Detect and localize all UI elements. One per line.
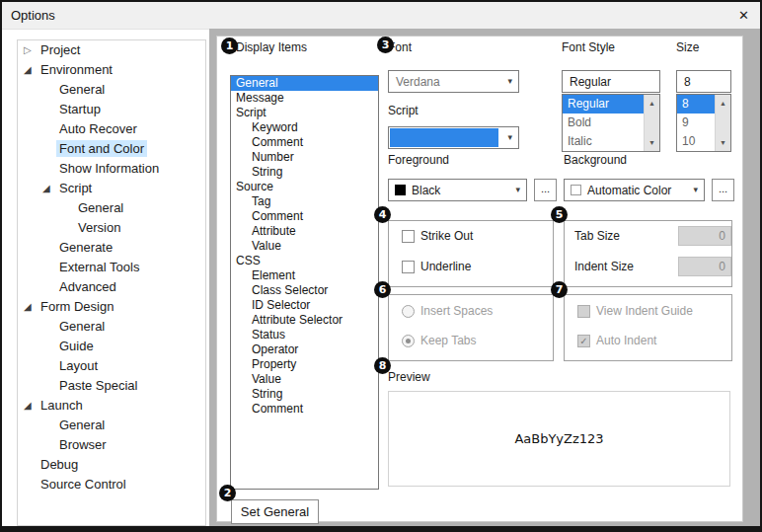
display-item-comment[interactable]: Comment xyxy=(231,135,378,150)
scroll-down-icon[interactable]: ▼ xyxy=(645,136,659,149)
display-item-string[interactable]: String xyxy=(231,387,378,402)
insert-spaces-radio[interactable] xyxy=(402,305,415,318)
expanded-triangle-icon[interactable]: ◢ xyxy=(42,183,50,194)
tree-item-generate[interactable]: Generate xyxy=(18,238,205,258)
font-style-input[interactable]: Regular xyxy=(562,70,660,93)
tree-item-label: Debug xyxy=(40,457,78,472)
display-item-property[interactable]: Property xyxy=(231,357,378,372)
display-item-id-selector[interactable]: ID Selector xyxy=(231,298,378,313)
display-item-class-selector[interactable]: Class Selector xyxy=(231,283,378,298)
display-item-string[interactable]: String xyxy=(231,165,378,180)
display-item-element[interactable]: Element xyxy=(231,268,378,283)
size-scrollbar[interactable]: ▲ ▼ xyxy=(715,95,730,151)
annotation-badge-6: 6 xyxy=(374,281,391,298)
script-selection-highlight xyxy=(390,128,498,147)
indent-size-label: Indent Size xyxy=(574,260,634,273)
display-item-script[interactable]: Script xyxy=(231,106,378,120)
preview-sample-text: AaBbYyZz123 xyxy=(514,431,603,446)
font-style-scrollbar[interactable]: ▲ ▼ xyxy=(644,95,659,151)
background-color-swatch xyxy=(571,185,581,195)
tree-item-advanced[interactable]: Advanced xyxy=(18,277,205,297)
tree-item-general[interactable]: General xyxy=(18,80,205,100)
tree-item-label: Launch xyxy=(40,398,83,413)
tree-item-label: Script xyxy=(59,181,92,195)
font-style-option-italic[interactable]: Italic xyxy=(563,132,645,151)
foreground-more-button[interactable]: ... xyxy=(534,179,557,201)
display-item-css[interactable]: CSS xyxy=(231,254,378,268)
script-combobox[interactable]: ▾ xyxy=(388,126,519,149)
display-item-message[interactable]: Message xyxy=(231,91,378,106)
font-style-option-regular[interactable]: Regular xyxy=(563,95,645,114)
expanded-triangle-icon[interactable]: ◢ xyxy=(24,400,32,412)
font-combobox[interactable]: Verdana ▾ xyxy=(388,70,519,93)
chevron-down-icon[interactable]: ▾ xyxy=(507,132,512,142)
underline-checkbox[interactable] xyxy=(402,261,415,273)
tree-item-browser[interactable]: Browser xyxy=(18,435,205,455)
display-item-comment[interactable]: Comment xyxy=(231,402,378,417)
tree-item-launch[interactable]: ◢Launch xyxy=(18,396,205,416)
display-item-keyword[interactable]: Keyword xyxy=(231,120,378,135)
tree-item-form-design[interactable]: ◢Form Design xyxy=(18,297,205,317)
strike-out-checkbox[interactable] xyxy=(402,230,415,243)
chevron-down-icon[interactable]: ▾ xyxy=(693,185,698,194)
display-item-number[interactable]: Number xyxy=(231,150,378,165)
tree-item-external-tools[interactable]: External Tools xyxy=(18,258,205,277)
chevron-down-icon[interactable]: ▾ xyxy=(515,185,520,194)
tree-item-label: Source Control xyxy=(40,477,126,492)
indent-group: View Indent Guide ✓ Auto Indent xyxy=(564,294,732,361)
tree-item-startup[interactable]: Startup xyxy=(18,100,205,119)
font-style-option-bold[interactable]: Bold xyxy=(563,114,645,132)
tree-item-general[interactable]: General xyxy=(18,317,205,337)
size-option-9[interactable]: 9 xyxy=(677,114,716,132)
tree-item-show-information[interactable]: Show Information xyxy=(18,159,205,179)
view-indent-guide-checkbox[interactable] xyxy=(577,305,590,318)
tree-item-version[interactable]: Version xyxy=(18,218,205,238)
set-general-button[interactable]: Set General xyxy=(231,499,319,524)
tree-item-environment[interactable]: ◢Environment xyxy=(18,60,205,80)
tab-size-input[interactable]: 0 xyxy=(678,226,731,246)
display-item-value[interactable]: Value xyxy=(231,239,378,254)
size-option-8[interactable]: 8 xyxy=(677,95,716,114)
display-item-operator[interactable]: Operator xyxy=(231,342,378,357)
annotation-badge-7: 7 xyxy=(551,281,568,298)
tree-item-auto-recover[interactable]: Auto Recover xyxy=(18,119,205,139)
indent-size-input[interactable]: 0 xyxy=(678,257,731,276)
display-item-comment[interactable]: Comment xyxy=(231,209,378,224)
collapsed-triangle-icon[interactable]: ▷ xyxy=(24,44,32,56)
display-item-general[interactable]: General xyxy=(231,76,378,91)
keep-tabs-radio[interactable] xyxy=(402,335,415,347)
display-item-source[interactable]: Source xyxy=(231,180,378,194)
background-more-button[interactable]: ... xyxy=(712,179,734,201)
tree-item-font-and-color[interactable]: Font and Color xyxy=(18,139,205,159)
scroll-up-icon[interactable]: ▲ xyxy=(716,97,730,110)
tree-item-source-control[interactable]: Source Control xyxy=(18,475,205,494)
tree-item-general[interactable]: General xyxy=(18,416,205,435)
tree-item-guide[interactable]: Guide xyxy=(18,337,205,356)
auto-indent-checkbox[interactable]: ✓ xyxy=(577,335,590,347)
display-item-tag[interactable]: Tag xyxy=(231,194,378,209)
tree-item-script[interactable]: ◢Script xyxy=(18,179,205,198)
expanded-triangle-icon[interactable]: ◢ xyxy=(24,301,32,313)
tree-item-paste-special[interactable]: Paste Special xyxy=(18,376,205,396)
tree-item-layout[interactable]: Layout xyxy=(18,356,205,376)
scroll-down-icon[interactable]: ▼ xyxy=(716,136,730,149)
annotation-badge-5: 5 xyxy=(551,206,568,223)
tree-item-debug[interactable]: Debug xyxy=(18,455,205,475)
size-option-10[interactable]: 10 xyxy=(677,132,716,151)
display-item-attribute[interactable]: Attribute xyxy=(231,224,378,239)
close-icon[interactable]: ✕ xyxy=(738,8,749,23)
expanded-triangle-icon[interactable]: ◢ xyxy=(24,64,32,76)
tree-item-project[interactable]: ▷Project xyxy=(18,40,205,60)
display-item-attribute-selector[interactable]: Attribute Selector xyxy=(231,313,378,328)
size-input[interactable]: 8 xyxy=(676,70,731,93)
display-item-value[interactable]: Value xyxy=(231,372,378,387)
tree-item-general[interactable]: General xyxy=(18,198,205,218)
tree-item-label: Auto Recover xyxy=(59,121,137,136)
foreground-combobox[interactable]: Black ▾ xyxy=(388,179,527,201)
scroll-up-icon[interactable]: ▲ xyxy=(645,97,659,110)
chevron-down-icon[interactable]: ▾ xyxy=(507,76,512,86)
preview-box: AaBbYyZz123 xyxy=(388,391,730,487)
tree-item-label: General xyxy=(78,200,123,215)
display-item-status[interactable]: Status xyxy=(231,328,378,342)
background-combobox[interactable]: Automatic Color ▾ xyxy=(564,179,705,201)
